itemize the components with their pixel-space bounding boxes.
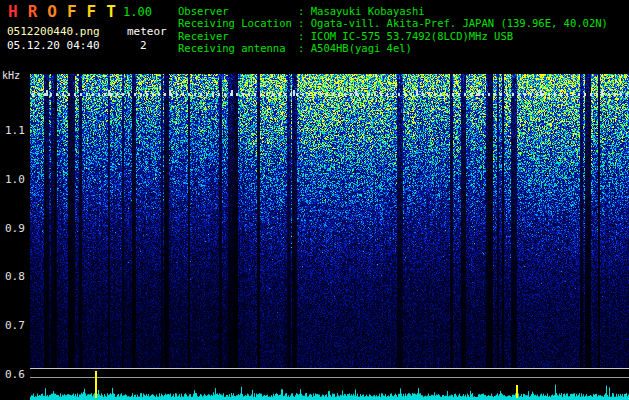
signal-level-trace bbox=[30, 379, 629, 400]
logo-letter: T bbox=[106, 2, 116, 21]
info-row-label: Receiving Location bbox=[178, 17, 298, 29]
freq-tick-label: 0.8 bbox=[5, 270, 25, 283]
meteor-counter-label: meteor bbox=[127, 25, 167, 38]
timestamp-label: 05.12.20 04:40 bbox=[7, 39, 100, 52]
freq-tick-label: 1.0 bbox=[5, 173, 25, 186]
logo-letter: F bbox=[67, 2, 77, 21]
freq-boundary-line-bottom bbox=[30, 377, 629, 378]
app-logo: HROFFT bbox=[8, 2, 126, 21]
freq-tick-label: 0.6 bbox=[5, 368, 25, 381]
meteor-counter-value: 2 bbox=[140, 39, 147, 52]
info-row-value: : Ogata-vill. Akita-Pref. JAPAN (139.96E… bbox=[298, 17, 608, 29]
info-row: Receiving Location: Ogata-vill. Akita-Pr… bbox=[178, 17, 608, 29]
logo-letter: F bbox=[87, 2, 97, 21]
meteor-mark bbox=[516, 385, 518, 398]
info-row-label: Observer bbox=[178, 5, 298, 17]
freq-boundary-line-top bbox=[30, 368, 629, 369]
info-row-value: : ICOM IC-575 53.7492(8LCD)MHz USB bbox=[298, 30, 513, 42]
info-row-value: : Masayuki Kobayashi bbox=[298, 5, 424, 17]
filename-label: 0512200440.png bbox=[7, 25, 100, 38]
meteor-mark bbox=[95, 371, 97, 398]
freq-axis-unit-label: kHz bbox=[2, 70, 20, 81]
freq-tick-label: 0.9 bbox=[5, 222, 25, 235]
info-row: Receiver: ICOM IC-575 53.7492(8LCD)MHz U… bbox=[178, 30, 608, 42]
info-row: Receiving antenna: A504HB(yagi 4el) bbox=[178, 42, 608, 54]
logo-letter: H bbox=[8, 2, 18, 21]
logo-letter: O bbox=[47, 2, 57, 21]
hrofft-screen: HROFFT 1.00 0512200440.png meteor 05.12.… bbox=[0, 0, 629, 400]
freq-tick-label: 0.7 bbox=[5, 319, 25, 332]
info-row-value: : A504HB(yagi 4el) bbox=[298, 42, 412, 54]
freq-tick-label: 1.1 bbox=[5, 124, 25, 137]
info-row-label: Receiving antenna bbox=[178, 42, 298, 54]
spectrogram-heatmap bbox=[30, 74, 629, 368]
station-info: Observer: Masayuki KobayashiReceiving Lo… bbox=[178, 5, 608, 54]
version-label: 1.00 bbox=[123, 5, 152, 19]
info-row-label: Receiver bbox=[178, 30, 298, 42]
logo-letter: R bbox=[28, 2, 38, 21]
info-row: Observer: Masayuki Kobayashi bbox=[178, 5, 608, 17]
